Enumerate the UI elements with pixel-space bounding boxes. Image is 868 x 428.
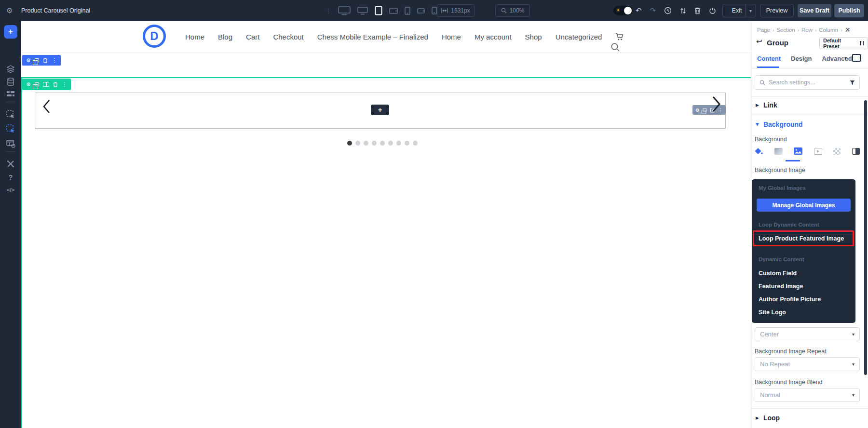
breadcrumb-item[interactable]: Section <box>776 27 795 33</box>
power-icon[interactable] <box>709 7 716 14</box>
breadcrumb-item[interactable]: Row <box>801 27 813 33</box>
layers-icon[interactable] <box>0 65 21 73</box>
select-element-icon[interactable] <box>0 110 21 119</box>
section-menu-icon[interactable]: ⋮ <box>52 58 57 63</box>
carousel-dot[interactable] <box>372 141 377 146</box>
background-color-bucket-icon[interactable] <box>755 147 763 155</box>
row-columns-icon[interactable] <box>43 82 49 87</box>
carousel-next-arrow[interactable] <box>710 94 722 114</box>
carousel-dot[interactable] <box>396 141 401 146</box>
nav-item[interactable]: Blog <box>218 33 232 41</box>
background-image-icon[interactable] <box>794 147 802 155</box>
database-icon[interactable] <box>0 78 21 86</box>
row-settings-gear-icon[interactable]: ⚙ <box>26 82 31 87</box>
row-menu-icon[interactable]: ⋮ <box>62 82 67 87</box>
manage-global-images-button[interactable]: Manage Global Images <box>757 199 851 212</box>
loop-product-featured-image-option[interactable]: Loop Product Featured Image <box>753 230 854 246</box>
cart-icon[interactable] <box>615 33 624 41</box>
panel-popout-icon[interactable] <box>852 54 861 62</box>
row-duplicate-icon[interactable] <box>35 82 39 86</box>
publish-button[interactable]: Publish <box>834 4 864 17</box>
exit-button[interactable]: Exit ▾ <box>722 4 756 17</box>
device-phone-landscape-icon[interactable] <box>417 8 425 13</box>
sort-vertical-icon[interactable] <box>680 7 686 14</box>
carousel-dot[interactable] <box>380 141 385 146</box>
section-settings-gear-icon[interactable]: ⚙ <box>26 58 31 63</box>
queue-list-icon[interactable] <box>0 91 21 97</box>
tab-content[interactable]: Content <box>757 55 781 62</box>
nav-item[interactable]: Uncategorized <box>556 33 602 41</box>
nav-item[interactable]: Chess Mobile Example – Finalized <box>317 33 428 41</box>
drag-handle-icon[interactable]: ⋮ <box>325 7 331 14</box>
tabs-caret-icon[interactable]: ▾ <box>844 55 847 61</box>
carousel-prev-arrow[interactable] <box>41 98 52 115</box>
redo-icon[interactable]: ↷ <box>650 6 656 15</box>
undo-icon[interactable]: ↶ <box>636 6 642 15</box>
link-section-toggle[interactable]: ▶ Link <box>756 101 777 109</box>
dropdown-item-custom-field[interactable]: Custom Field <box>759 270 797 277</box>
dropdown-item-featured-image[interactable]: Featured Image <box>759 283 803 290</box>
nav-item[interactable]: Home <box>442 33 461 41</box>
background-video-icon[interactable] <box>814 148 822 155</box>
dropdown-item-author-profile-picture[interactable]: Author Profile Picture <box>759 296 821 303</box>
back-arrow-icon[interactable]: ↩ <box>756 37 762 46</box>
add-module-button[interactable]: + <box>4 25 17 39</box>
section-trash-icon[interactable] <box>43 58 48 63</box>
carousel-dot[interactable] <box>364 141 368 146</box>
trash-icon[interactable] <box>694 7 701 14</box>
tab-design[interactable]: Design <box>791 55 812 62</box>
background-section-toggle[interactable]: ▼ Background <box>756 120 803 128</box>
responsive-width-input[interactable]: 1631px <box>437 4 475 17</box>
settings-search-input[interactable] <box>769 79 846 86</box>
background-pattern-icon[interactable] <box>833 148 841 155</box>
site-search-icon[interactable] <box>610 42 620 52</box>
light-dark-mode-toggle[interactable]: ☀ <box>613 6 633 15</box>
add-column-button[interactable]: + <box>371 105 389 115</box>
device-desktop-icon[interactable] <box>338 6 351 15</box>
carousel-dot-active[interactable] <box>347 141 352 146</box>
panel-scrollbar[interactable] <box>864 100 867 375</box>
nav-item[interactable]: My account <box>475 33 512 41</box>
nav-item[interactable]: Cart <box>246 33 259 41</box>
breadcrumb-item[interactable]: Column <box>819 27 838 33</box>
nav-item[interactable]: Home <box>185 33 204 41</box>
exit-caret-icon[interactable]: ▾ <box>745 4 756 17</box>
code-icon[interactable]: </> <box>0 187 21 193</box>
help-icon[interactable]: ? <box>0 174 21 181</box>
preview-button[interactable]: Preview <box>760 4 794 17</box>
carousel-dot[interactable] <box>388 141 393 146</box>
close-panel-icon[interactable]: × <box>843 25 853 35</box>
carousel-dot[interactable] <box>413 141 418 146</box>
default-preset-button[interactable]: Default Preset <box>819 37 868 49</box>
settings-search[interactable] <box>755 75 860 90</box>
page-settings-gear-icon[interactable]: ⚙ <box>6 0 13 21</box>
carousel-dot[interactable] <box>355 141 360 146</box>
background-gradient-icon[interactable] <box>774 148 783 155</box>
carousel-dot[interactable] <box>405 141 409 146</box>
background-image-repeat-select[interactable]: No Repeat ▾ <box>755 357 860 371</box>
row-trash-icon[interactable] <box>53 82 58 87</box>
device-phone-icon[interactable] <box>405 7 410 15</box>
background-image-position-select[interactable]: Center ▾ <box>755 327 860 341</box>
loop-section-toggle[interactable]: ▶ Loop <box>756 414 780 422</box>
device-tablet-landscape-icon[interactable] <box>389 8 398 14</box>
click-mode-icon[interactable] <box>0 124 21 134</box>
zoom-input[interactable]: 100% <box>495 4 530 17</box>
table-settings-icon[interactable] <box>0 140 21 148</box>
background-image-blend-select[interactable]: Normal ▾ <box>755 388 860 402</box>
section-duplicate-icon[interactable] <box>35 58 39 62</box>
module-settings-gear-icon[interactable]: ⚙ <box>695 107 700 113</box>
save-draft-button[interactable]: Save Draft <box>798 4 831 17</box>
history-clock-icon[interactable] <box>664 7 672 14</box>
device-desktop-small-icon[interactable] <box>357 7 368 15</box>
nav-item[interactable]: Shop <box>525 33 542 41</box>
background-mask-icon[interactable] <box>852 148 860 155</box>
breadcrumb-item[interactable]: Page <box>757 27 770 33</box>
device-tablet-icon[interactable] <box>375 6 382 15</box>
device-phone-small-icon[interactable] <box>432 7 437 14</box>
tools-icon[interactable] <box>0 160 21 168</box>
site-logo[interactable]: D <box>143 25 166 48</box>
tab-advanced[interactable]: Advanced <box>822 55 852 62</box>
nav-item[interactable]: Checkout <box>273 33 303 41</box>
module-duplicate-icon[interactable] <box>703 108 707 112</box>
